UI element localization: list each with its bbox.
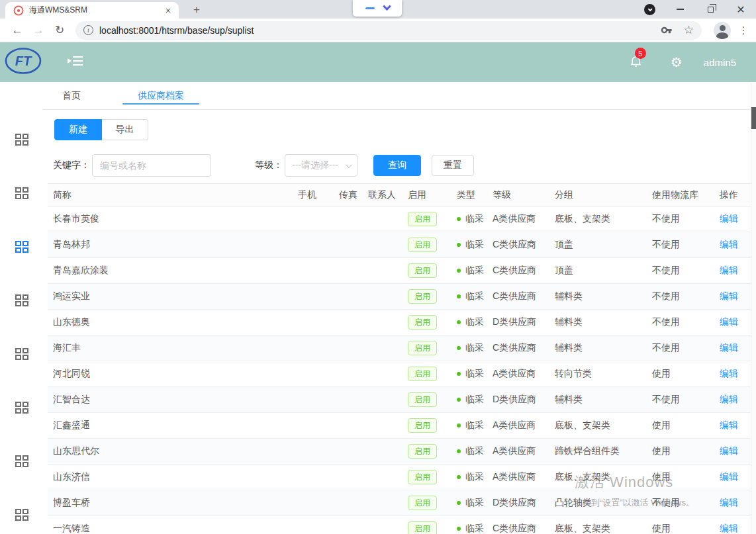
sidebar-item-3[interactable] — [0, 220, 43, 273]
type-cell: 临采 — [451, 387, 487, 413]
url-text[interactable]: localhost:8001/htsrm/base/sup/suplist — [99, 25, 655, 36]
keyword-input[interactable] — [92, 154, 211, 177]
edit-link[interactable]: 编辑 — [720, 523, 738, 533]
forward-icon[interactable]: → — [28, 24, 49, 37]
enabled-badge[interactable]: 启用 — [408, 367, 437, 381]
widget-chevron-down-icon[interactable] — [383, 2, 391, 11]
type-label: 临采 — [465, 342, 484, 353]
fax-cell — [334, 310, 363, 335]
mobile-cell — [293, 335, 334, 361]
enabled-badge[interactable]: 启用 — [408, 315, 437, 330]
enabled-badge[interactable]: 启用 — [408, 444, 437, 459]
page-tab-2[interactable]: 供应商档案 — [136, 82, 185, 109]
settings-gear-icon[interactable]: ⚙ — [671, 56, 683, 69]
current-user[interactable]: admin5 — [704, 57, 736, 68]
sidebar-item-1[interactable] — [0, 112, 43, 166]
table-row: 汇智合达启用临采D类供应商辅料类不使用编辑 — [48, 387, 751, 413]
sidebar-item-8[interactable] — [0, 488, 43, 534]
edit-link[interactable]: 编辑 — [720, 471, 738, 482]
apps-grid-icon — [15, 241, 28, 253]
enabled-badge[interactable]: 启用 — [408, 496, 437, 510]
logistics-cell: 不使用 — [647, 335, 714, 361]
action-cell: 编辑 — [714, 232, 751, 258]
status-dot-icon — [457, 449, 461, 453]
widget-minimize-icon[interactable] — [365, 7, 375, 9]
fax-cell — [334, 439, 363, 465]
enabled-badge[interactable]: 启用 — [408, 238, 437, 252]
level-cell: C类供应商 — [487, 284, 549, 310]
window-close-button[interactable]: ✕ — [726, 0, 756, 19]
back-icon[interactable]: ← — [7, 24, 28, 37]
notification-badge: 5 — [635, 48, 646, 59]
edit-link[interactable]: 编辑 — [720, 342, 738, 353]
edit-link[interactable]: 编辑 — [720, 497, 738, 508]
reset-button[interactable]: 重置 — [432, 155, 474, 176]
edit-link[interactable]: 编辑 — [720, 213, 738, 224]
page-tab-1[interactable]: 首页 — [61, 82, 82, 109]
edit-link[interactable]: 编辑 — [720, 265, 738, 275]
enabled-badge[interactable]: 启用 — [408, 263, 437, 278]
level-cell: C类供应商 — [487, 516, 549, 534]
edit-link[interactable]: 编辑 — [720, 420, 738, 430]
action-cell: 编辑 — [714, 465, 751, 490]
scrollbar-thumb[interactable] — [751, 107, 756, 129]
enabled-badge[interactable]: 启用 — [408, 341, 437, 355]
overlay-widget[interactable] — [353, 0, 402, 17]
logistics-cell: 使用 — [647, 413, 714, 439]
table-row: 山东济信启用临采A类供应商底板、支架类使用编辑 — [48, 465, 751, 490]
enabled-badge[interactable]: 启用 — [408, 521, 437, 534]
export-button[interactable]: 导出 — [102, 119, 148, 140]
tab-close-icon[interactable]: × — [163, 5, 173, 16]
sidebar-item-7[interactable] — [0, 434, 43, 488]
fax-cell — [334, 490, 363, 516]
type-label: 临采 — [465, 523, 484, 533]
sidebar-item-4[interactable] — [0, 273, 43, 327]
contact-cell — [363, 232, 402, 258]
sidebar-item-5[interactable] — [0, 327, 43, 380]
enabled-badge[interactable]: 启用 — [408, 212, 437, 226]
enabled-badge[interactable]: 启用 — [408, 392, 437, 407]
supplier-name-cell: 鸿运实业 — [48, 284, 293, 310]
level-cell: A类供应商 — [487, 206, 549, 232]
browser-menu-icon[interactable]: ⋮ — [737, 24, 749, 36]
profile-avatar[interactable] — [714, 22, 731, 39]
group-cell: 凸轮轴类 — [549, 490, 647, 516]
edit-link[interactable]: 编辑 — [720, 368, 738, 378]
type-label: 临采 — [465, 316, 484, 327]
vertical-scrollbar[interactable] — [751, 83, 756, 534]
content-area: 首页供应商档案 新建 导出 关键字： 等级： ---请选择--- 查询 重置 简… — [43, 82, 756, 534]
status-dot-icon — [457, 243, 461, 247]
window-minimize-button[interactable] — [665, 0, 695, 19]
new-tab-button[interactable]: + — [188, 1, 205, 19]
level-select[interactable]: ---请选择--- — [285, 154, 357, 177]
enabled-badge[interactable]: 启用 — [408, 289, 437, 304]
browser-update-icon[interactable] — [644, 4, 655, 15]
edit-link[interactable]: 编辑 — [720, 394, 738, 404]
edit-link[interactable]: 编辑 — [720, 290, 738, 301]
edit-link[interactable]: 编辑 — [720, 316, 738, 327]
enabled-badge[interactable]: 启用 — [408, 470, 437, 484]
edit-link[interactable]: 编辑 — [720, 445, 738, 456]
edit-link[interactable]: 编辑 — [720, 239, 738, 249]
enabled-cell: 启用 — [402, 335, 451, 361]
notification-bell-button[interactable]: 5 — [629, 54, 643, 71]
group-cell: 蹄铁焊合组件类 — [549, 439, 647, 465]
enabled-badge[interactable]: 启用 — [408, 418, 437, 433]
type-cell: 临采 — [451, 439, 487, 465]
supplier-name-cell: 山东思代尔 — [48, 439, 293, 465]
search-button[interactable]: 查询 — [373, 155, 421, 176]
sidebar-item-6[interactable] — [0, 380, 43, 434]
browser-tab[interactable]: 海通WMS&SRM × — [5, 2, 179, 19]
window-restore-button[interactable] — [695, 0, 726, 19]
company-logo: FT — [4, 46, 42, 78]
menu-toggle-icon[interactable] — [68, 55, 83, 69]
password-key-icon[interactable] — [661, 24, 673, 36]
reload-icon[interactable]: ↻ — [49, 23, 70, 37]
address-bar[interactable]: i localhost:8001/htsrm/base/sup/suplist … — [75, 21, 702, 40]
contact-cell — [363, 439, 402, 465]
new-button[interactable]: 新建 — [54, 119, 102, 140]
fax-cell — [334, 258, 363, 284]
sidebar-item-2[interactable] — [0, 166, 43, 220]
page-info-icon[interactable]: i — [83, 25, 93, 35]
bookmark-star-icon[interactable]: ☆ — [684, 23, 694, 37]
